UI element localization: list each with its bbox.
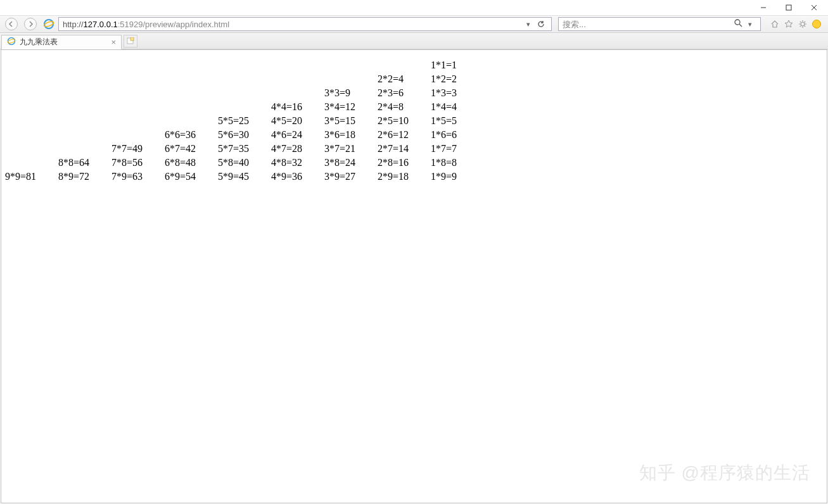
table-cell [165,86,218,100]
address-bar[interactable]: http://127.0.0.1:51929/preview/app/index… [58,17,552,31]
table-cell [5,128,58,142]
url-scheme: http:// [63,20,84,29]
svg-line-7 [739,24,742,27]
table-cell [218,58,271,72]
browser-toolbar: http://127.0.0.1:51929/preview/app/index… [0,15,828,33]
home-icon[interactable] [770,19,780,29]
table-cell [5,114,58,128]
table-cell [111,72,165,86]
table-cell [58,100,111,114]
table-cell: 7*7=49 [111,142,165,156]
table-cell [5,72,58,86]
table-cell: 4*4=16 [271,100,324,114]
url-host: 127.0.0.1 [84,20,118,29]
table-cell: 3*5=15 [324,114,378,128]
table-cell [165,114,218,128]
dropdown-icon[interactable]: ▾ [522,18,535,30]
table-cell: 5*9=45 [218,170,271,184]
table-cell: 4*6=24 [271,128,324,142]
url-path: :51929/preview/app/index.html [118,20,229,29]
table-cell: 3*9=27 [324,170,378,184]
table-cell: 3*7=21 [324,142,378,156]
minimize-button[interactable] [751,0,776,15]
table-cell: 1*3=3 [431,86,484,100]
table-cell [5,58,58,72]
svg-point-6 [735,20,740,25]
forward-button[interactable] [22,16,39,32]
table-cell: 6*9=54 [165,170,218,184]
table-row: 9*9=818*9=727*9=636*9=545*9=454*9=363*9=… [5,170,484,184]
toolbar-right-icons [766,19,825,29]
table-cell: 5*7=35 [218,142,271,156]
tab-strip: 九九乘法表 × [0,33,828,49]
table-cell [218,100,271,114]
table-cell: 6*7=42 [165,142,218,156]
table-cell: 1*2=2 [431,72,484,86]
favorites-icon[interactable] [784,19,794,29]
tab-close-button[interactable]: × [111,37,116,47]
tab-active[interactable]: 九九乘法表 × [1,35,122,49]
table-cell [324,72,378,86]
search-dropdown-icon[interactable]: ▾ [744,18,756,30]
table-row: 6*6=365*6=304*6=243*6=182*6=121*6=6 [5,128,484,142]
back-button[interactable] [3,16,20,32]
table-cell: 2*8=16 [378,156,431,170]
table-cell [5,86,58,100]
table-cell: 4*8=32 [271,156,324,170]
table-cell: 2*5=10 [378,114,431,128]
table-cell [271,72,324,86]
table-cell: 5*6=30 [218,128,271,142]
search-input[interactable] [563,20,734,29]
table-cell [111,58,165,72]
table-cell [324,58,378,72]
table-cell: 7*8=56 [111,156,165,170]
table-cell [218,86,271,100]
table-cell: 8*8=64 [58,156,111,170]
ie-logo-icon [43,18,54,30]
table-row: 8*8=647*8=566*8=485*8=404*8=323*8=242*8=… [5,156,484,170]
close-button[interactable] [801,0,827,15]
page-content: 1*1=12*2=41*2=23*3=92*3=61*3=34*4=163*4=… [0,49,828,192]
svg-line-15 [800,26,801,27]
table-cell: 3*3=9 [324,86,378,100]
search-bar[interactable]: ▾ [558,17,761,31]
back-arrow-icon [5,18,18,30]
refresh-button[interactable] [535,18,547,30]
multiplication-table: 1*1=12*2=41*2=23*3=92*3=61*3=34*4=163*4=… [5,58,484,184]
maximize-button[interactable] [776,0,801,15]
table-cell: 2*3=6 [378,86,431,100]
table-row: 4*4=163*4=122*4=81*4=4 [5,100,484,114]
table-cell: 2*4=8 [378,100,431,114]
svg-line-16 [805,22,805,22]
tab-favicon-icon [7,37,16,47]
svg-line-13 [800,22,801,22]
table-cell: 8*9=72 [58,170,111,184]
table-cell [111,100,165,114]
table-cell [58,114,111,128]
svg-line-14 [805,26,805,27]
svg-point-4 [44,20,53,28]
table-cell [218,72,271,86]
table-cell: 1*8=8 [431,156,484,170]
tools-icon[interactable] [798,19,808,29]
table-cell: 1*4=4 [431,100,484,114]
table-cell [111,86,165,100]
table-cell: 6*8=48 [165,156,218,170]
window-titlebar [0,0,828,15]
table-cell: 6*6=36 [165,128,218,142]
table-cell [271,58,324,72]
table-cell [5,100,58,114]
table-row: 7*7=496*7=425*7=354*7=283*7=212*7=141*7=… [5,142,484,156]
smiley-icon[interactable] [812,19,822,29]
search-icon[interactable] [734,19,742,29]
svg-point-17 [8,38,15,45]
new-tab-button[interactable] [124,35,137,47]
table-cell [58,86,111,100]
table-cell [58,142,111,156]
table-cell [5,156,58,170]
table-cell: 1*1=1 [431,58,484,72]
table-cell [58,72,111,86]
table-cell: 4*5=20 [271,114,324,128]
table-cell [271,86,324,100]
table-cell: 2*6=12 [378,128,431,142]
